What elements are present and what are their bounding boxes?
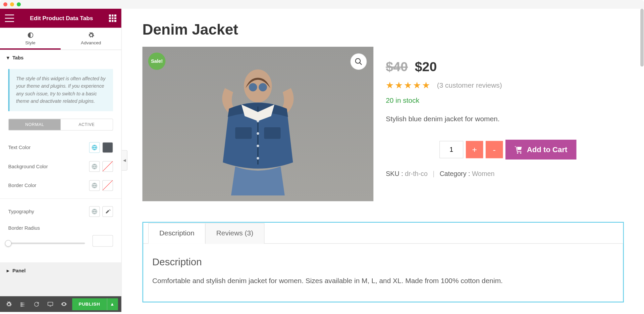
settings-icon[interactable]	[3, 298, 15, 310]
product-meta: SKU : dr-th-co | Category : Women	[386, 170, 624, 178]
label-text-color: Text Color	[8, 144, 31, 150]
border-radius-input[interactable]	[93, 235, 113, 246]
page-title: Edit Product Data Tabs	[14, 15, 109, 21]
add-to-cart-button[interactable]: Add to Cart	[505, 140, 577, 160]
tab-panel-heading: Description	[152, 256, 614, 268]
product-data-tabs-widget[interactable]: Description Reviews (3) Description Comf…	[142, 222, 624, 303]
slider-thumb[interactable]	[5, 240, 12, 246]
row-border-radius: Border Radius	[8, 221, 113, 231]
color-swatch-none[interactable]	[102, 180, 113, 191]
state-active-button[interactable]: ACTIVE	[61, 119, 113, 130]
responsive-icon[interactable]	[45, 298, 56, 310]
section-panel-header[interactable]: ▸ Panel	[0, 263, 121, 278]
section-tabs-header[interactable]: ▾ Tabs	[0, 50, 121, 66]
section-panel: ▸ Panel	[0, 263, 121, 279]
meta-separator: |	[433, 170, 434, 177]
pencil-icon	[105, 209, 110, 214]
globe-icon[interactable]	[89, 206, 100, 217]
label-border-color: Border Color	[8, 182, 37, 188]
cart-icon	[515, 145, 523, 154]
sku-label: SKU :	[386, 170, 403, 177]
short-description: Stylish blue denim jacket for women.	[386, 115, 624, 123]
rating-row: ★★★★★ (3 customer reviews)	[386, 80, 624, 91]
window-close-icon[interactable]	[3, 2, 7, 6]
label-bg-color: Background Color	[8, 164, 48, 169]
svg-point-5	[244, 70, 272, 102]
row-text-color: Text Color	[8, 138, 113, 157]
sku-value: dr-th-co	[405, 170, 428, 177]
window-minimize-icon[interactable]	[10, 2, 14, 6]
label-border-radius: Border Radius	[8, 225, 40, 231]
sidebar-header: Edit Product Data Tabs	[0, 9, 121, 28]
divider	[0, 198, 121, 198]
globe-icon[interactable]	[89, 180, 100, 191]
tab-style-label: Style	[25, 40, 35, 45]
tab-advanced-label: Advanced	[81, 40, 101, 45]
sale-badge: Sale!	[148, 52, 166, 70]
menu-icon[interactable]	[5, 14, 14, 22]
preview-canvas: Denim Jacket	[122, 9, 644, 312]
reviews-link[interactable]: (3 customer reviews)	[437, 81, 502, 90]
svg-point-13	[257, 145, 259, 147]
color-swatch-dark[interactable]	[102, 142, 113, 153]
product-image[interactable]: Sale!	[142, 47, 373, 201]
svg-rect-8	[235, 127, 252, 139]
category-label: Category :	[439, 170, 470, 177]
gear-icon	[88, 32, 94, 39]
tab-description[interactable]: Description	[148, 223, 206, 244]
quantity-plus-button[interactable]: +	[466, 141, 483, 159]
preview-icon[interactable]	[58, 298, 70, 310]
quantity-input[interactable]	[439, 141, 463, 159]
collapse-sidebar-button[interactable]: ◀	[122, 150, 127, 171]
product-info: $40 $20 ★★★★★ (3 customer reviews) 20 in…	[386, 47, 624, 201]
data-tabs-nav: Description Reviews (3)	[143, 223, 623, 244]
row-bg-color: Background Color	[8, 157, 113, 176]
color-swatch-none[interactable]	[102, 161, 113, 172]
product-illustration	[196, 63, 320, 195]
contrast-icon	[27, 32, 34, 39]
add-to-cart-row: + - Add to Cart	[386, 140, 624, 160]
window-maximize-icon[interactable]	[17, 2, 21, 6]
editor-sidebar: Edit Product Data Tabs Style Advanced ▾ …	[0, 9, 122, 312]
slider-track[interactable]	[8, 242, 85, 244]
publish-button[interactable]: PUBLISH	[72, 298, 107, 310]
add-to-cart-label: Add to Cart	[527, 145, 568, 154]
tab-reviews[interactable]: Reviews (3)	[205, 223, 264, 244]
globe-icon[interactable]	[89, 161, 100, 172]
section-tabs-title: Tabs	[12, 55, 23, 61]
svg-line-16	[360, 63, 362, 65]
category-value[interactable]: Women	[472, 170, 494, 177]
label-typography: Typography	[8, 209, 34, 214]
tab-advanced[interactable]: Advanced	[61, 28, 121, 50]
chevron-right-icon: ▸	[7, 268, 9, 273]
scrollbar[interactable]	[640, 9, 644, 66]
chevron-down-icon: ▾	[7, 55, 9, 61]
row-typography: Typography	[8, 202, 113, 221]
svg-point-6	[249, 83, 257, 91]
product-title: Denim Jacket	[142, 21, 624, 39]
navigator-icon[interactable]	[17, 298, 29, 310]
history-icon[interactable]	[31, 298, 42, 310]
row-border-color: Border Color	[8, 176, 113, 195]
edit-typography-button[interactable]	[102, 206, 113, 217]
editor-tabs: Style Advanced	[0, 28, 121, 50]
product-summary: Sale! $40 $20 ★★★★★ (3 customer reviews)…	[142, 47, 624, 201]
section-panel-title: Panel	[12, 268, 25, 273]
widgets-grid-icon[interactable]	[109, 14, 116, 22]
quantity-minus-button[interactable]: -	[486, 141, 503, 159]
tab-panel-content: Comfortable and stylish denim jacket for…	[152, 277, 614, 285]
svg-point-14	[257, 157, 259, 160]
data-tabs-panel: Description Comfortable and stylish deni…	[143, 244, 623, 302]
state-toggle: NORMAL ACTIVE	[8, 119, 113, 131]
tab-style[interactable]: Style	[0, 28, 61, 50]
svg-point-12	[257, 132, 259, 135]
zoom-button[interactable]	[350, 53, 367, 70]
publish-group: PUBLISH ▴	[72, 298, 118, 310]
product-image-placeholder	[142, 47, 373, 201]
svg-point-15	[356, 58, 360, 63]
price-old: $40	[386, 59, 408, 74]
window-chrome	[0, 0, 644, 9]
globe-icon[interactable]	[89, 142, 100, 153]
state-normal-button[interactable]: NORMAL	[9, 119, 61, 130]
publish-options-button[interactable]: ▴	[107, 298, 118, 310]
